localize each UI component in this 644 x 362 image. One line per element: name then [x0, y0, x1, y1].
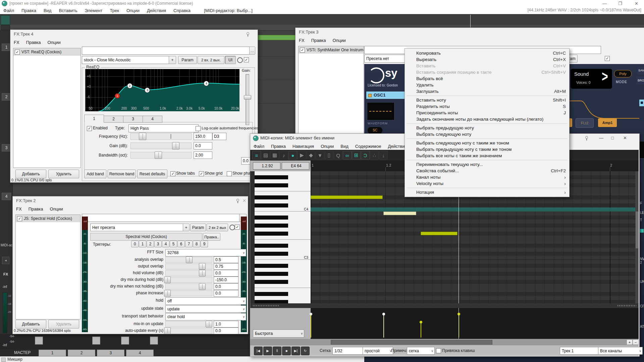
velocity-stem[interactable]: [421, 322, 421, 338]
humanize-icon[interactable]: ∴: [370, 151, 379, 160]
midi-menu-item[interactable]: Содержимое: [355, 144, 381, 149]
grid-type-combo[interactable]: простой: [363, 347, 393, 355]
piano-key-black[interactable]: [255, 224, 288, 228]
synth-next-preset-icon[interactable]: >: [602, 68, 608, 85]
piano-key-black[interactable]: [255, 195, 288, 199]
minimize-icon[interactable]: —: [602, 1, 607, 6]
fx2-titlebar[interactable]: FX:Трек 2: [13, 196, 248, 205]
fx4-io-button[interactable]: 2 вх. 2 вых.: [198, 56, 224, 64]
fx4-titlebar[interactable]: FX:Трек 4: [10, 30, 258, 39]
slider-thumb[interactable]: [164, 277, 171, 283]
band-tab[interactable]: 2: [104, 116, 123, 123]
context-menu-item[interactable]: ВставитьCtrl+V: [405, 63, 569, 69]
context-menu-item[interactable]: Выбрать следующую ноту: [405, 131, 569, 137]
fx2-pin-icon[interactable]: [235, 198, 240, 203]
midi-minimize-icon[interactable]: —: [599, 135, 603, 140]
midi-position-readout[interactable]: 1.2.92: [253, 162, 280, 170]
maximize-icon[interactable]: ❐: [618, 1, 622, 6]
context-menu-item[interactable]: Нотация›: [405, 189, 569, 195]
fx3-menu-item[interactable]: Опции: [333, 38, 346, 43]
mixer-mute-button[interactable]: [150, 337, 158, 345]
repeat-button[interactable]: ↻: [301, 347, 310, 355]
mixer-mute-button[interactable]: [92, 337, 100, 345]
fx4-ui-button[interactable]: UI: [225, 56, 236, 64]
trigger-button[interactable]: 2: [147, 241, 154, 247]
fx4-menu-item[interactable]: Правка: [26, 40, 41, 45]
fx2-remove-button[interactable]: Удалить: [48, 320, 79, 328]
fx2-param-select[interactable]: clear hold: [165, 313, 246, 320]
fx4-add-button[interactable]: Добавить: [15, 170, 46, 178]
mixer-master-label[interactable]: МАСТЕР: [14, 350, 31, 355]
velocity-lane[interactable]: Быстрота: [250, 308, 639, 339]
note-play-tool-icon[interactable]: ▶: [298, 151, 306, 160]
add-band-button[interactable]: Add band: [84, 170, 106, 178]
fx2-comment-box[interactable]: [82, 214, 240, 222]
synth-browse-button[interactable]: BROW: [637, 77, 644, 84]
slider-thumb[interactable]: [186, 256, 193, 263]
piano-roll-view-icon[interactable]: ≡: [252, 151, 261, 160]
piano-key-black[interactable]: [255, 203, 288, 207]
trigger-button[interactable]: 9: [201, 241, 208, 247]
midi-pin-icon[interactable]: [584, 136, 589, 140]
midi-note-readout[interactable]: E4 64: [282, 162, 309, 170]
fx2-param-value[interactable]: 1.0: [214, 321, 238, 327]
trigger-button[interactable]: 7: [185, 241, 193, 247]
fx4-preset-plus-button[interactable]: +: [169, 56, 176, 64]
show-phase-checkbox[interactable]: [227, 171, 232, 176]
piano-roll-vscrollbar[interactable]: [635, 171, 639, 303]
mixer-track-tab[interactable]: 1: [39, 350, 66, 356]
fx2-menu-item[interactable]: FX: [16, 206, 22, 212]
reaeq-gain-fader[interactable]: [246, 74, 249, 125]
fx3-menu-item[interactable]: FX: [299, 38, 305, 43]
band-enabled-checkbox[interactable]: [87, 126, 92, 131]
track-number-plate[interactable]: 4: [2, 193, 11, 200]
context-menu-item[interactable]: Удалить: [405, 82, 569, 88]
context-menu-item[interactable]: Velocity ноты›: [405, 180, 569, 187]
fx2-param-slider[interactable]: [165, 284, 212, 290]
stop-button[interactable]: ■: [282, 347, 291, 355]
context-menu-item[interactable]: Выбрать всё: [405, 75, 569, 82]
fx4-param-button[interactable]: Param: [178, 56, 197, 64]
band-row-note-value[interactable]: D3: [212, 133, 226, 140]
fx4-comment-box[interactable]: [82, 47, 250, 55]
band-type-combo[interactable]: High Pass: [128, 124, 199, 132]
cc-lane-selector[interactable]: Быстрота: [253, 329, 304, 338]
piano-key-black[interactable]: [255, 216, 288, 220]
slider-thumb[interactable]: [164, 290, 171, 297]
fx4-menu-item[interactable]: Опции: [48, 40, 61, 45]
show-grid-checkbox[interactable]: [199, 171, 204, 176]
fx3-plugin-enabled-checkbox[interactable]: [300, 48, 305, 53]
hscroll-handle[interactable]: [331, 340, 492, 345]
dock-collapse-button[interactable]: ◂: [2, 257, 9, 264]
midi-menu-item[interactable]: Навигация: [292, 144, 314, 149]
band-row-value[interactable]: 150.0: [194, 133, 212, 140]
fx2-param-slider[interactable]: [165, 328, 212, 334]
velocity-dot[interactable]: [382, 313, 385, 315]
track-combo[interactable]: Трек 1: [560, 347, 602, 355]
fx2-io-button[interactable]: 2 вх 2 вых: [207, 224, 228, 231]
piano-key-black[interactable]: [255, 280, 288, 284]
piano-key-black[interactable]: [255, 300, 288, 303]
midi-note[interactable]: [421, 232, 458, 235]
event-list-view-icon[interactable]: ▦: [270, 151, 279, 160]
synth-flt2-button[interactable]: FLt2: [576, 118, 594, 128]
velocity-dot[interactable]: [458, 313, 460, 315]
context-menu-item[interactable]: Вставить сохраняя позицию в тактеCtrl+Sh…: [405, 69, 569, 75]
app-menu-item[interactable]: Элемент: [85, 8, 103, 13]
trigger-button[interactable]: 6: [177, 241, 185, 247]
fx4-menu-item[interactable]: FX: [14, 40, 19, 45]
key-snap-checkbox[interactable]: [436, 348, 441, 353]
pause-button[interactable]: ‖: [273, 347, 281, 355]
context-menu-item[interactable]: Выбрать следующую ноту с таким же тоном: [405, 140, 569, 146]
go-start-button[interactable]: |◀: [254, 347, 263, 355]
synth-sound-display[interactable]: Sound Voices: 0 >: [571, 69, 612, 89]
fx2-param-value[interactable]: 0.5: [214, 256, 238, 263]
zoom-in-button[interactable]: +: [627, 340, 633, 345]
fx4-plugin-row[interactable]: VST: ReaEQ (Cockos): [13, 48, 80, 56]
statusbar-label[interactable]: Микшер: [7, 357, 22, 362]
context-menu-item[interactable]: КопироватьCtrl+C: [405, 50, 569, 56]
go-end-button[interactable]: ▶|: [291, 347, 300, 355]
fx2-edit-button[interactable]: Правка..: [203, 233, 220, 241]
fx2-enable-checkbox[interactable]: [235, 225, 240, 230]
fx2-plugin-enabled-checkbox[interactable]: [17, 216, 22, 221]
